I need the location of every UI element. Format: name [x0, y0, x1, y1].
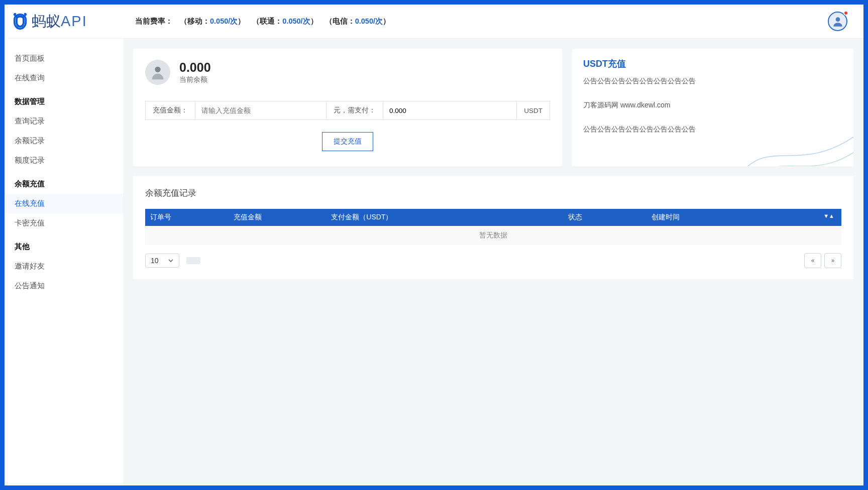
- sidebar: 蚂蚁API 首页面板在线查询数据管理查询记录余额记录额度记录余额充值在线充值卡密…: [5, 5, 123, 485]
- nav-link[interactable]: 首页面板: [5, 49, 123, 68]
- user-icon: [831, 15, 844, 28]
- page-info-placeholder: [186, 257, 200, 264]
- balance-value: 0.000: [179, 60, 211, 75]
- col-pay-usdt[interactable]: 支付金额（USDT）: [326, 209, 563, 226]
- chevron-down-icon: [168, 258, 174, 264]
- nav-link[interactable]: 公告通知: [5, 276, 123, 296]
- currency-unit: USDT: [516, 101, 550, 119]
- col-order-id[interactable]: 订单号: [145, 209, 229, 226]
- announcement-line: 公告公告公告公告公告公告公告公告: [583, 77, 842, 86]
- balance-avatar: [145, 60, 170, 85]
- topbar: 当前费率： （移动：0.050/次）（联通：0.050/次）（电信：0.050/…: [123, 5, 863, 39]
- rate-label: 当前费率：: [135, 17, 173, 26]
- svg-point-0: [835, 17, 840, 22]
- rate-display: 当前费率： （移动：0.050/次）（联通：0.050/次）（电信：0.050/…: [135, 17, 390, 26]
- pagination: 10 « »: [145, 253, 841, 268]
- content: 0.000 当前余额 充值金额： 元，需支付： USDT 提交充值: [123, 39, 863, 485]
- history-title: 余额充值记录: [145, 187, 841, 199]
- svg-point-1: [155, 67, 160, 72]
- table-empty-text: 暂无数据: [145, 226, 841, 245]
- sidebar-nav: 首页面板在线查询数据管理查询记录余额记录额度记录余额充值在线充值卡密充值其他邀请…: [5, 39, 123, 296]
- pay-label: 元，需支付：: [326, 101, 383, 119]
- logo: 蚂蚁API: [5, 5, 123, 39]
- sort-desc-icon: ▼▲: [823, 213, 834, 219]
- col-amount[interactable]: 充值金额: [229, 209, 326, 226]
- nav-link[interactable]: 在线查询: [5, 68, 123, 88]
- announcement-line: 公告公告公告公告公告公告公告公告: [583, 125, 842, 134]
- amount-input[interactable]: [195, 101, 326, 119]
- rate-item: （联通：0.050/次）: [252, 17, 317, 26]
- nav-heading: 余额充值: [5, 174, 123, 194]
- decorative-waves: [743, 106, 853, 166]
- user-avatar[interactable]: [828, 12, 847, 31]
- card-history: 余额充值记录 订单号 充值金额 支付金额（USDT） 状态 创建时间 ▼▲: [133, 176, 853, 279]
- history-table: 订单号 充值金额 支付金额（USDT） 状态 创建时间 ▼▲: [145, 209, 841, 245]
- col-created-at[interactable]: 创建时间 ▼▲: [646, 209, 841, 226]
- person-icon: [149, 64, 166, 81]
- amount-label: 充值金额：: [146, 101, 195, 119]
- nav-link[interactable]: 额度记录: [5, 151, 123, 170]
- card-announcement: USDT充值 公告公告公告公告公告公告公告公告 刀客源码网 www.dkewl.…: [572, 49, 853, 166]
- nav-link[interactable]: 查询记录: [5, 111, 123, 131]
- recharge-input-group: 充值金额： 元，需支付： USDT: [145, 101, 550, 120]
- col-status[interactable]: 状态: [563, 209, 646, 226]
- nav-link[interactable]: 余额记录: [5, 131, 123, 151]
- announcement-line: 刀客源码网 www.dkewl.com: [583, 101, 842, 110]
- rate-item: （电信：0.050/次）: [325, 17, 390, 26]
- announcement-title: USDT充值: [583, 58, 842, 70]
- balance-label: 当前余额: [179, 75, 211, 84]
- pager-prev-button[interactable]: «: [804, 253, 821, 268]
- pay-amount-input[interactable]: [383, 101, 516, 119]
- rate-item: （移动：0.050/次）: [180, 17, 245, 26]
- pager-next-button[interactable]: »: [824, 253, 841, 268]
- page-size-select[interactable]: 10: [145, 254, 179, 268]
- main: 当前费率： （移动：0.050/次）（联通：0.050/次）（电信：0.050/…: [123, 5, 863, 485]
- logo-text: 蚂蚁API: [32, 12, 87, 32]
- submit-recharge-button[interactable]: 提交充值: [322, 132, 373, 151]
- nav-link[interactable]: 邀请好友: [5, 257, 123, 276]
- nav-heading: 其他: [5, 237, 123, 257]
- nav-link[interactable]: 卡密充值: [5, 213, 123, 233]
- nav-heading: 数据管理: [5, 92, 123, 111]
- card-balance: 0.000 当前余额 充值金额： 元，需支付： USDT 提交充值: [133, 49, 562, 166]
- nav-link[interactable]: 在线充值: [5, 194, 123, 213]
- notification-dot: [843, 11, 848, 16]
- logo-icon: [12, 13, 29, 30]
